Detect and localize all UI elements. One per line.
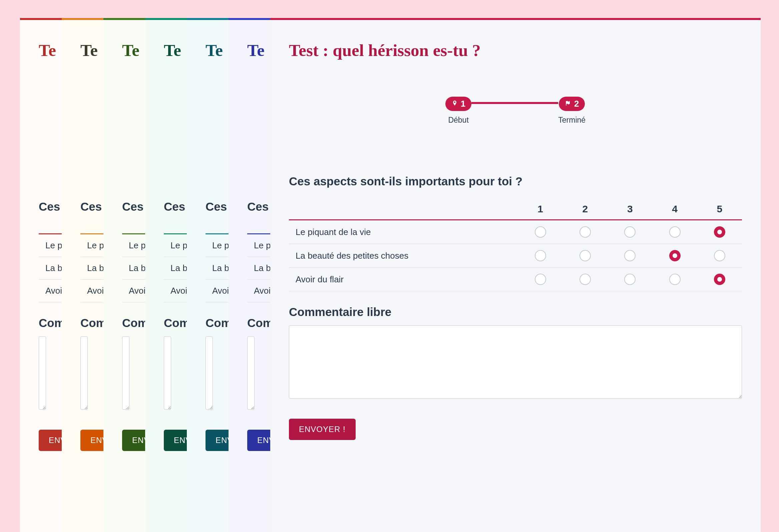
comment-textarea[interactable] xyxy=(247,336,254,410)
radio-option[interactable] xyxy=(580,250,591,261)
survey-card-6: Test : quel hérisson es-tu ?1Début2Termi… xyxy=(270,18,761,532)
progress-num-2: 2 xyxy=(574,99,579,109)
send-button[interactable]: ENVO xyxy=(122,430,145,451)
row-label: Avoir xyxy=(122,280,145,302)
radio-option[interactable] xyxy=(535,226,546,238)
rating-matrix: Le piLa beAvoir xyxy=(122,229,145,302)
comment-textarea[interactable] xyxy=(205,336,213,410)
table-row: Avoir xyxy=(39,280,62,302)
comment-textarea[interactable] xyxy=(122,336,129,410)
column-header-1: 1 xyxy=(518,203,562,220)
radio-option[interactable] xyxy=(714,250,725,261)
table-row: Le pi xyxy=(205,234,229,257)
row-label: Avoir xyxy=(247,280,270,302)
row-label: Avoir xyxy=(39,280,62,302)
progress-stepper: 1Début2Terminé xyxy=(289,97,742,125)
survey-card-4: TeCes aLe piLa beAvoirComENVO xyxy=(187,18,229,532)
table-row: Le pi xyxy=(122,234,145,257)
comment-heading: Com xyxy=(39,316,43,330)
rating-matrix: Le piLa beAvoir xyxy=(80,229,104,302)
page-title: Te xyxy=(80,41,85,60)
question-heading: Ces a xyxy=(39,200,43,213)
row-label: Le pi xyxy=(39,234,62,257)
row-label: Avoir xyxy=(80,280,104,302)
radio-option[interactable] xyxy=(714,274,725,285)
question-heading: Ces a xyxy=(164,200,168,213)
row-label: La be xyxy=(247,257,270,280)
page-title: Te xyxy=(39,41,43,60)
radio-option[interactable] xyxy=(624,250,636,261)
send-button[interactable]: ENVO xyxy=(39,430,62,451)
radio-option[interactable] xyxy=(669,226,680,238)
rating-matrix: Le piLa beAvoir xyxy=(164,229,187,302)
radio-option[interactable] xyxy=(580,226,591,238)
table-row: La be xyxy=(205,257,229,280)
column-header-4: 4 xyxy=(652,203,697,220)
radio-option[interactable] xyxy=(535,250,546,261)
radio-option[interactable] xyxy=(669,250,680,261)
radio-option[interactable] xyxy=(535,274,546,285)
question-heading: Ces a xyxy=(205,200,210,213)
question-heading: Ces a xyxy=(80,200,85,213)
page-title: Te xyxy=(164,41,168,60)
send-button[interactable]: ENVOYER ! xyxy=(289,419,356,440)
rating-matrix: Le piLa beAvoir xyxy=(39,229,62,302)
comment-textarea[interactable] xyxy=(289,325,742,399)
question-heading: Ces a xyxy=(122,200,126,213)
rating-matrix: 12345Le piquant de la vieLa beauté des p… xyxy=(289,203,742,291)
radio-option[interactable] xyxy=(624,274,636,285)
radio-option[interactable] xyxy=(580,274,591,285)
comment-textarea[interactable] xyxy=(39,336,46,410)
table-row: Le pi xyxy=(247,234,270,257)
row-label: Avoir xyxy=(205,280,229,302)
page-title: Te xyxy=(205,41,210,60)
comment-heading: Com xyxy=(205,316,210,330)
radio-option[interactable] xyxy=(714,226,725,238)
table-row: Avoir xyxy=(164,280,187,302)
page-title: Te xyxy=(247,41,251,60)
comment-heading: Com xyxy=(80,316,85,330)
row-label: Le pi xyxy=(247,234,270,257)
survey-card-0: TeCes aLe piLa beAvoirComENVO xyxy=(20,18,62,532)
row-label: La be xyxy=(122,257,145,280)
send-button[interactable]: ENVO xyxy=(205,430,229,451)
table-row: Avoir xyxy=(247,280,270,302)
question-heading: Ces aspects sont-ils importants pour toi… xyxy=(289,175,742,188)
row-label: La be xyxy=(164,257,187,280)
table-row: Avoir du flair xyxy=(289,268,742,291)
radio-option[interactable] xyxy=(624,226,636,238)
column-header-5: 5 xyxy=(697,203,742,220)
comment-heading: Commentaire libre xyxy=(289,305,742,319)
row-label: La be xyxy=(205,257,229,280)
table-row: Le pi xyxy=(39,234,62,257)
send-button[interactable]: ENVO xyxy=(247,430,270,451)
row-label: Le piquant de la vie xyxy=(289,220,518,244)
table-row: La be xyxy=(122,257,145,280)
rating-matrix: Le piLa beAvoir xyxy=(205,229,229,302)
flag-icon xyxy=(565,99,572,109)
progress-step-1[interactable]: 1 xyxy=(445,97,471,111)
row-label: Avoir du flair xyxy=(289,268,518,291)
table-row: La be xyxy=(247,257,270,280)
survey-card-2: TeCes aLe piLa beAvoirComENVO xyxy=(104,18,145,532)
comment-heading: Com xyxy=(164,316,168,330)
comment-heading: Com xyxy=(247,316,251,330)
row-label: Le pi xyxy=(122,234,145,257)
radio-option[interactable] xyxy=(669,274,680,285)
comment-textarea[interactable] xyxy=(80,336,88,410)
pin-icon xyxy=(452,99,458,109)
page-title: Te xyxy=(122,41,126,60)
progress-label-1: Début xyxy=(448,116,468,125)
progress-step-2[interactable]: 2 xyxy=(559,97,585,111)
column-header-2: 2 xyxy=(563,203,607,220)
survey-card-3: TeCes aLe piLa beAvoirComENVO xyxy=(145,18,187,532)
comment-textarea[interactable] xyxy=(164,336,171,410)
question-heading: Ces a xyxy=(247,200,251,213)
row-label: Avoir xyxy=(164,280,187,302)
send-button[interactable]: ENVO xyxy=(80,430,104,451)
page-title: Test : quel hérisson es-tu ? xyxy=(289,41,742,60)
table-row: La be xyxy=(39,257,62,280)
table-row: Avoir xyxy=(122,280,145,302)
send-button[interactable]: ENVO xyxy=(164,430,187,451)
table-row: La be xyxy=(164,257,187,280)
